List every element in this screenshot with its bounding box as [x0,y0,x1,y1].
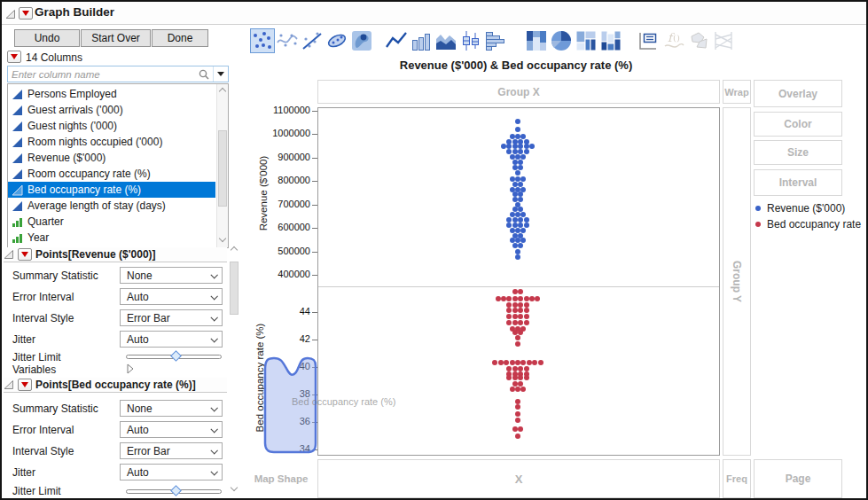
search-filter-dropdown-button[interactable] [214,72,228,76]
scrollbar-thumb[interactable] [230,262,239,315]
mosaic-element-button[interactable] [598,28,623,53]
continuous-column-icon [12,105,23,116]
column-item[interactable]: Bed occupancy rate (%) [8,182,215,198]
control-label: Error Interval [12,424,74,436]
column-search-input[interactable] [8,67,198,81]
column-item[interactable]: Revenue ($'000) [8,150,215,166]
contour-element-button[interactable] [349,28,374,53]
line-element-button[interactable] [384,28,409,53]
size-drop-zone[interactable]: Size [754,140,842,165]
pie-element-button[interactable] [549,28,574,53]
continuous-column-icon [12,200,23,212]
interval-style-select[interactable]: Error Bar [120,442,223,459]
collapse-triangle-icon[interactable] [4,249,14,260]
caption-box-element-button[interactable] [636,28,661,53]
box-plot-element-button[interactable] [458,28,483,53]
line-of-fit-icon [301,30,323,51]
area-element-button[interactable] [434,28,458,53]
group-y-drop-zone[interactable]: Group Y [723,107,751,456]
panel-red-triangle-button[interactable] [18,379,32,391]
wrap-drop-zone[interactable]: Wrap [723,80,751,104]
red-triangle-icon [21,252,28,257]
column-item[interactable]: Guest nights ('000) [8,118,215,134]
scroll-down-icon[interactable] [231,484,238,491]
control-label: Summary Statistic [12,270,98,282]
control-label: Error Interval [12,291,74,303]
bar-icon [411,30,432,51]
interval-style-select[interactable]: Error Bar [120,309,223,326]
slider-thumb[interactable] [170,485,182,496]
summary-statistic-select[interactable]: None [120,400,223,417]
column-item[interactable]: Guest arrivals ('000) [8,102,215,118]
color-drop-zone[interactable]: Color [754,112,842,137]
points-element-button[interactable] [250,28,275,53]
scrollbar-thumb[interactable] [218,130,227,207]
axis-tick-mark [312,134,317,135]
heatmap-element-button[interactable] [524,28,549,53]
control-label: Jitter [12,333,35,346]
group-x-drop-zone[interactable]: Group X [317,80,720,104]
column-label: Persons Employed [27,88,117,100]
scroll-down-icon[interactable] [219,235,226,242]
panel-red-triangle-button[interactable] [18,248,32,261]
start-over-button[interactable]: Start Over [81,29,151,47]
column-item[interactable]: Year [8,230,215,246]
column-label: Guest nights ('000) [27,120,117,132]
x-drop-zone[interactable]: X [317,459,720,498]
axis-tick-mark [312,205,317,206]
line-of-fit-element-button[interactable] [300,28,325,53]
search-icon [198,68,210,81]
jitter-select[interactable]: Auto [120,464,223,480]
panel-scrollbar[interactable] [229,242,240,497]
legend-item: Bed occupancy rate [755,218,861,230]
red-triangle-menu-button[interactable] [19,7,33,20]
panel-title: Points[Revenue ($'000)] [35,248,156,261]
columns-red-triangle-button[interactable] [7,51,21,63]
smoother-element-button[interactable] [275,28,300,53]
continuous-column-icon [12,121,23,132]
axis-tick-mark [312,158,317,159]
axis-tick-mark [312,181,317,182]
page-drop-zone[interactable]: Page [754,459,842,498]
continuous-column-icon [12,137,23,148]
red-triangle-icon [11,54,18,59]
continuous-column-icon [12,152,23,164]
ellipse-element-button[interactable] [325,28,349,53]
summary-statistic-select[interactable]: None [120,267,223,284]
column-item[interactable]: Room occupancy rate (%) [8,166,215,182]
histogram-element-button[interactable] [483,28,508,53]
scroll-up-icon[interactable] [219,88,226,95]
jitter-select[interactable]: Auto [120,331,223,348]
collapse-triangle-icon[interactable] [4,379,14,390]
error-interval-select[interactable]: Auto [120,421,223,438]
column-label: Average length of stay (days) [27,199,166,212]
column-item[interactable]: Average length of stay (days) [8,198,215,214]
map-shape-drop-zone[interactable]: Map Shape [248,459,314,498]
chevron-down-icon [217,72,224,76]
column-label: Guest arrivals ('000) [27,104,123,116]
expand-right-icon[interactable] [126,363,135,374]
slider-thumb[interactable] [170,350,182,362]
column-item[interactable]: Persons Employed [8,86,215,102]
column-item[interactable]: Quarter [8,214,215,230]
overlay-drop-zone[interactable]: Overlay [754,80,842,107]
formula-icon: f() [663,30,684,51]
collapse-triangle-icon[interactable] [5,9,16,20]
undo-button[interactable]: Undo [14,29,80,47]
interval-drop-zone[interactable]: Interval [754,169,842,196]
column-label: Year [27,231,49,244]
column-list: Persons EmployedGuest arrivals ('000)Gue… [7,83,229,248]
caption-box-icon [637,30,659,51]
column-list-scrollbar[interactable] [216,84,228,247]
freq-drop-zone[interactable]: Freq [723,459,751,498]
bar-element-button[interactable] [409,28,434,53]
treemap-element-button[interactable] [574,28,598,53]
scroll-up-icon[interactable] [231,246,238,254]
column-item[interactable]: Room nights occupied ('000) [8,134,215,150]
control-label: Interval Style [12,312,74,324]
red-triangle-icon [22,11,29,16]
done-button[interactable]: Done [152,29,208,47]
points-bed-rate-panel-header: Points[Bed occupancy rate (%)] [4,378,227,393]
error-interval-select[interactable]: Auto [120,288,223,305]
axis-section-divider [318,286,719,287]
